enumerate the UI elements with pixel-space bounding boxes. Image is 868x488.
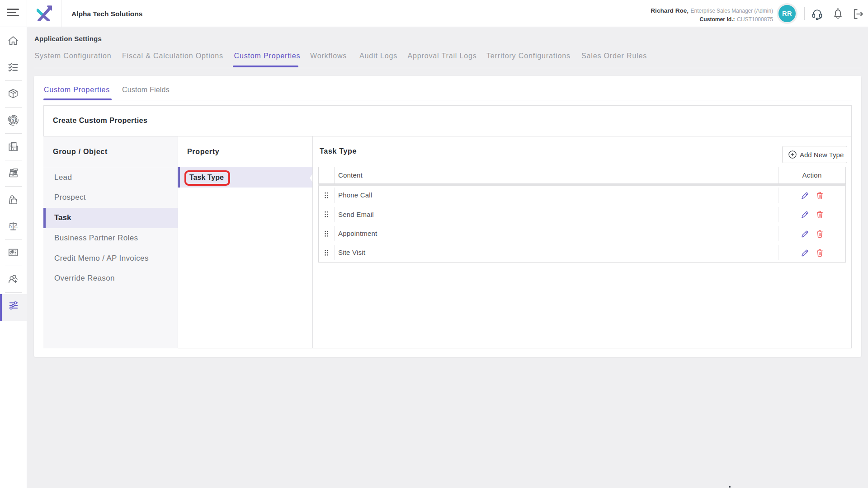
svg-text:C: C xyxy=(14,224,18,229)
svg-text:$: $ xyxy=(12,117,14,122)
svg-text:D: D xyxy=(9,224,12,229)
